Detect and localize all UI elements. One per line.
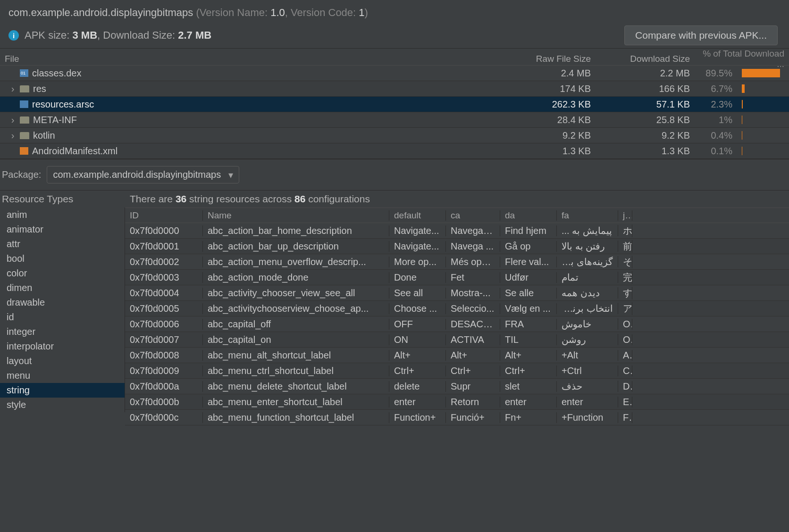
chevron-icon[interactable]: › <box>9 115 16 125</box>
resource-type-attr[interactable]: attr <box>0 237 125 251</box>
package-select[interactable]: com.example.android.displayingbitmaps <box>47 166 239 183</box>
file-table-header: File Raw File Size Download Size % of To… <box>0 49 789 66</box>
string-row[interactable]: 0x7f0d0002abc_action_menu_overflow_descr… <box>125 254 789 270</box>
string-row[interactable]: 0x7f0d0009abc_menu_ctrl_shortcut_labelCt… <box>125 363 789 379</box>
package-name: com.example.android.displayingbitmaps <box>8 7 193 18</box>
title-line: com.example.android.displayingbitmaps (V… <box>8 7 781 19</box>
string-row[interactable]: 0x7f0d000aabc_menu_delete_shortcut_label… <box>125 379 789 394</box>
resource-type-string[interactable]: string <box>0 383 125 398</box>
folder-icon <box>20 85 29 92</box>
resource-type-drawable[interactable]: drawable <box>0 295 125 310</box>
folder-icon <box>20 116 29 124</box>
folder-icon <box>20 132 29 139</box>
size-summary: i APK size: 3 MB, Download Size: 2.7 MB <box>8 29 211 42</box>
string-row[interactable]: 0x7f0d0004abc_activity_chooser_view_see_… <box>125 285 789 301</box>
resource-type-integer[interactable]: integer <box>0 324 125 339</box>
resource-type-style[interactable]: style <box>0 398 125 412</box>
strings-table-header: ID Name default ca da fa ja <box>125 208 789 223</box>
resource-type-bool[interactable]: bool <box>0 251 125 266</box>
file-row-kotlin[interactable]: ›kotlin9.2 KB9.2 KB0.4% <box>0 128 789 143</box>
string-row[interactable]: 0x7f0d000babc_menu_enter_shortcut_labele… <box>125 394 789 410</box>
resource-type-dimen[interactable]: dimen <box>0 281 125 295</box>
arsc-icon <box>20 100 28 108</box>
chevron-icon[interactable]: › <box>9 83 16 94</box>
xml-icon <box>20 147 28 155</box>
string-row[interactable]: 0x7f0d0001abc_action_bar_up_descriptionN… <box>125 239 789 254</box>
string-row[interactable]: 0x7f0d0007abc_capital_onONACTIVATILروشنO… <box>125 332 789 348</box>
resource-types-header: Resource Types <box>0 191 125 208</box>
string-row[interactable]: 0x7f0d0006abc_capital_offOFFDESACTI...FR… <box>125 316 789 332</box>
resource-type-anim[interactable]: anim <box>0 208 125 222</box>
string-row[interactable]: 0x7f0d0003abc_action_mode_doneDoneFetUdf… <box>125 270 789 285</box>
chevron-icon[interactable]: › <box>9 130 16 141</box>
file-row-classes.dex[interactable]: classes.dex2.4 MB2.2 MB89.5% <box>0 66 789 81</box>
string-row[interactable]: 0x7f0d0005abc_activitychooserview_choose… <box>125 301 789 316</box>
resource-type-layout[interactable]: layout <box>0 354 125 368</box>
info-icon: i <box>8 30 19 41</box>
package-label: Package: <box>2 169 41 180</box>
strings-summary: There are 36 string resources across 86 … <box>125 191 789 208</box>
dex-icon <box>20 69 28 77</box>
compare-button[interactable]: Compare with previous APK... <box>624 25 778 45</box>
string-row[interactable]: 0x7f0d0008abc_menu_alt_shortcut_labelAlt… <box>125 348 789 363</box>
file-row-AndroidManifest.xml[interactable]: AndroidManifest.xml1.3 KB1.3 KB0.1% <box>0 143 789 159</box>
resource-types-list: animanimatorattrboolcolordimendrawableid… <box>0 208 125 412</box>
file-row-META-INF[interactable]: ›META-INF28.4 KB25.8 KB1% <box>0 112 789 128</box>
string-row[interactable]: 0x7f0d000cabc_menu_function_shortcut_lab… <box>125 410 789 425</box>
resource-type-animator[interactable]: animator <box>0 222 125 237</box>
file-table: File Raw File Size Download Size % of To… <box>0 48 789 159</box>
resource-type-menu[interactable]: menu <box>0 368 125 383</box>
file-row-resources.arsc[interactable]: resources.arsc262.3 KB57.1 KB2.3% <box>0 97 789 112</box>
resource-type-id[interactable]: id <box>0 310 125 324</box>
file-row-res[interactable]: ›res174 KB166 KB6.7% <box>0 81 789 97</box>
resource-type-color[interactable]: color <box>0 266 125 281</box>
string-row[interactable]: 0x7f0d0000abc_action_bar_home_descriptio… <box>125 223 789 239</box>
resource-type-interpolator[interactable]: interpolator <box>0 339 125 354</box>
